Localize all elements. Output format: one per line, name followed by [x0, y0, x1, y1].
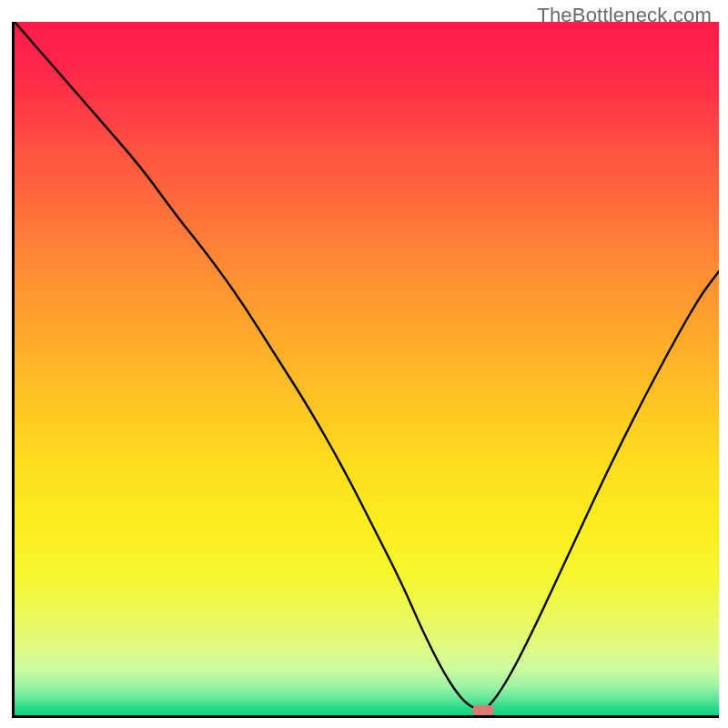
- plot-area: [12, 22, 719, 718]
- bottleneck-curve: [15, 22, 719, 715]
- chart-container: TheBottleneck.com: [0, 0, 728, 728]
- watermark-text: TheBottleneck.com: [537, 4, 712, 27]
- optimal-point-marker: [472, 705, 494, 715]
